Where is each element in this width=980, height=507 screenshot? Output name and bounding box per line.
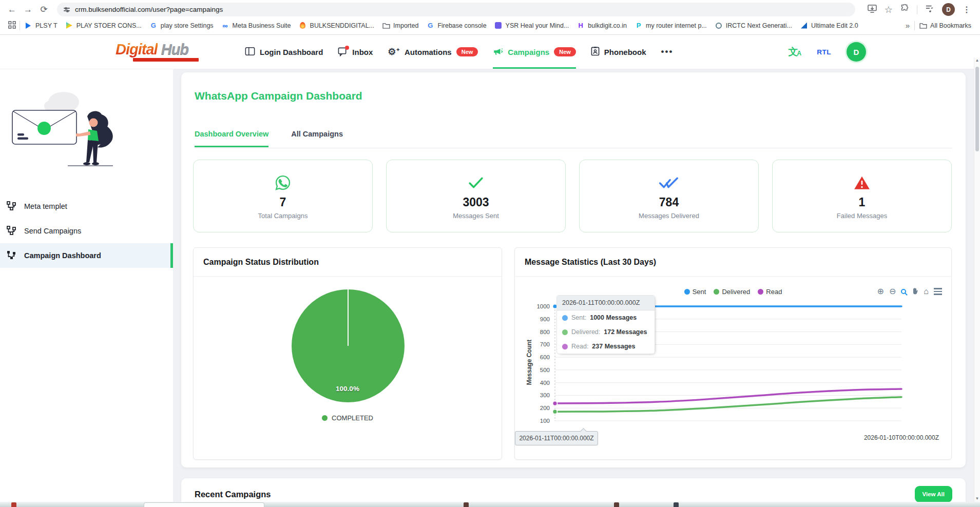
legend-delivered[interactable]: Delivered xyxy=(714,288,750,296)
new-badge: New xyxy=(554,47,576,56)
pie-legend[interactable]: COMPLETED xyxy=(194,414,502,422)
taskbar-icon[interactable] xyxy=(11,502,16,507)
selection-zoom-icon[interactable] xyxy=(901,289,906,294)
bookmarks-bar: PLSY T PLAY STOER CONS... Gplay store Se… xyxy=(0,17,980,33)
play-color-icon xyxy=(65,22,73,30)
home-reset-icon[interactable]: ⌂ xyxy=(924,287,929,296)
reload-icon[interactable]: ⟳ xyxy=(37,3,51,16)
extensions-icon[interactable] xyxy=(900,4,909,15)
rtl-toggle[interactable]: RTL xyxy=(817,48,831,56)
stat-value: 3003 xyxy=(463,196,489,209)
x-axis-label-right: 2026-01-10T00:00:00.000Z xyxy=(864,434,939,441)
pie-data-label: 100.0% xyxy=(194,385,502,393)
pie-chart: 100.0% COMPLETED xyxy=(194,277,502,460)
more-dots-icon: ••• xyxy=(661,47,673,57)
bookmark-item[interactable]: Hbulkdigit.co.in xyxy=(573,20,630,31)
teal-p-icon: P xyxy=(635,22,643,30)
stat-value: 7 xyxy=(280,196,286,209)
pan-icon[interactable] xyxy=(911,287,918,296)
chrome-controls: ☆ D ⋮ xyxy=(861,3,975,16)
stat-label: Messages Sent xyxy=(453,212,499,220)
translate-icon[interactable]: 文A xyxy=(789,45,802,59)
all-bookmarks[interactable]: All Bookmarks xyxy=(915,20,975,31)
scroll-down-arrow[interactable]: ▼ xyxy=(975,497,979,501)
bookmark-item[interactable]: Gplay store Settings xyxy=(146,20,217,31)
stat-label: Messages Delivered xyxy=(639,212,699,220)
zoom-out-icon[interactable]: ⊖ xyxy=(889,287,896,296)
nav-phonebook[interactable]: Phonebook xyxy=(591,35,646,69)
nav-login-dashboard[interactable]: Login Dashboard xyxy=(245,35,323,69)
new-badge: New xyxy=(456,47,478,56)
install-icon[interactable] xyxy=(868,5,877,15)
pie-panel-title: Campaign Status Distribution xyxy=(194,248,502,277)
sidebar-item-campaign-dashboard[interactable]: Campaign Dashboard xyxy=(0,243,173,268)
sidebar-item-send-campaigns[interactable]: Send Campaigns xyxy=(0,219,173,243)
tab-list-icon[interactable] xyxy=(925,5,934,15)
bookmarks-overflow-chevron[interactable]: » xyxy=(901,21,914,30)
gear-icon: ⚙✦ xyxy=(388,46,400,57)
whatsapp-icon xyxy=(274,172,292,193)
svg-text:600: 600 xyxy=(540,354,550,360)
charts-row: Campaign Status Distribution 100.0% COMP… xyxy=(193,247,952,460)
apps-grid-icon[interactable] xyxy=(5,21,19,30)
bookmark-item[interactable]: IRCTC Next Generati... xyxy=(711,20,796,31)
line-panel-title: Message Statistics (Last 30 Days) xyxy=(515,248,951,277)
tab-all-campaigns[interactable]: All Campaigns xyxy=(291,130,343,147)
site-info-icon[interactable] xyxy=(64,8,70,11)
zoom-in-icon[interactable]: ⊕ xyxy=(877,287,884,296)
svg-text:900: 900 xyxy=(540,316,550,322)
bookmark-item[interactable]: PLSY T xyxy=(21,20,61,31)
tab-dashboard-overview[interactable]: Dashboard Overview xyxy=(195,130,268,147)
nav-automations[interactable]: ⚙✦ Automations New xyxy=(388,35,478,69)
taskbar-icon[interactable] xyxy=(464,502,469,507)
recent-campaigns-title: Recent Campaigns xyxy=(195,490,271,499)
stat-failed-messages: 1 Failed Messages xyxy=(772,160,952,232)
header-controls: 文A RTL D xyxy=(789,42,866,62)
scroll-up-arrow[interactable]: ▲ xyxy=(975,59,979,63)
nav-campaigns[interactable]: Campaigns New xyxy=(493,35,575,69)
bookmark-item[interactable]: ∞Meta Business Suite xyxy=(218,20,295,31)
page-title: WhatsApp Campaign Dashboard xyxy=(195,90,362,102)
stat-label: Failed Messages xyxy=(837,212,887,220)
divider xyxy=(20,21,20,30)
meta-icon: ∞ xyxy=(221,22,229,30)
url-bar[interactable]: crm.bulksendofficial.com/user?page=campa… xyxy=(57,3,855,16)
bookmark-item[interactable]: GFirebase console xyxy=(422,20,490,31)
tooltip-row-delivered: Delivered: 172 Messages xyxy=(557,325,655,339)
sidebar-item-meta-templet[interactable]: Meta templet xyxy=(0,194,173,219)
chart-menu-icon[interactable] xyxy=(934,288,942,295)
bookmark-star-icon[interactable]: ☆ xyxy=(885,4,893,15)
digital-hub-logo[interactable]: Digital Hub xyxy=(116,42,203,62)
view-all-button[interactable]: View All xyxy=(915,486,952,502)
user-avatar[interactable]: D xyxy=(847,42,866,62)
back-icon[interactable]: ← xyxy=(5,3,19,16)
line-chart: Sent Delivered Read ⊕ ⊖ ⌂ Message xyxy=(515,277,951,460)
tabs: Dashboard Overview All Campaigns xyxy=(195,130,343,147)
nav-more-menu[interactable]: ••• xyxy=(661,35,673,69)
taskbar-icon[interactable] xyxy=(674,502,679,507)
bookmark-item[interactable]: YSR Heal your Mind... xyxy=(491,20,573,31)
legend-sent[interactable]: Sent xyxy=(684,288,706,296)
menu-kebab-icon[interactable]: ⋮ xyxy=(963,5,971,14)
nav-inbox[interactable]: Inbox xyxy=(338,35,373,69)
bookmark-item[interactable]: PLAY STOER CONS... xyxy=(62,20,145,31)
bookmark-item[interactable]: Ultimate Edit 2.0 xyxy=(796,20,862,31)
irctc-icon xyxy=(715,22,723,30)
stat-value: 784 xyxy=(659,196,679,209)
taskbar-icon[interactable] xyxy=(614,502,619,507)
browser-profile-avatar[interactable]: D xyxy=(942,3,955,16)
scroll-thumb[interactable] xyxy=(975,67,979,151)
legend-read[interactable]: Read xyxy=(758,288,782,296)
bookmark-item[interactable]: Pmy router internet p... xyxy=(631,20,710,31)
forward-icon[interactable]: → xyxy=(21,3,35,16)
bookmark-item[interactable]: BULKSENDDIGITAL... xyxy=(295,20,378,31)
dashboard-icon xyxy=(245,47,255,57)
pie-slice-divider xyxy=(348,289,349,346)
tabs-divider xyxy=(195,148,952,148)
bookmark-item[interactable]: Imported xyxy=(378,20,422,31)
contact-card-icon xyxy=(591,46,600,57)
megaphone-icon xyxy=(493,46,503,57)
taskbar-search-box[interactable] xyxy=(144,502,264,507)
sitemap-icon xyxy=(6,250,16,262)
sitemap-icon xyxy=(6,201,16,212)
